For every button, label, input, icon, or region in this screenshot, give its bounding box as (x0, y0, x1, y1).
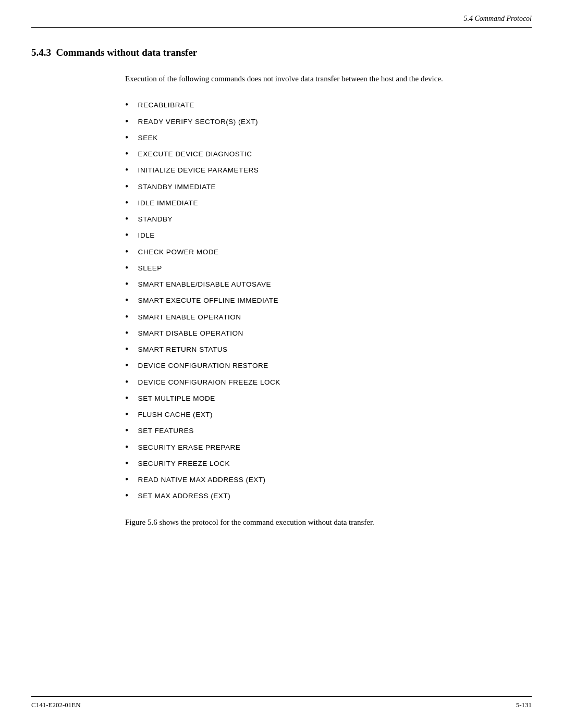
bullet-icon: • (125, 117, 129, 126)
bullet-text: IDLE (138, 230, 155, 241)
list-item: •SET MULTIPLE MODE (125, 393, 532, 404)
list-item: •STANDBY (125, 214, 532, 225)
bullet-text: READY VERIFY SECTOR(S) (EXT) (138, 117, 258, 127)
bullet-icon: • (125, 133, 129, 142)
footer-rule (31, 696, 532, 697)
list-item: •SLEEP (125, 263, 532, 274)
bullet-text: INITIALIZE DEVICE PARAMETERS (138, 165, 259, 176)
bullet-icon: • (125, 361, 129, 370)
list-item: •SEEK (125, 132, 532, 143)
bullet-icon: • (125, 295, 129, 305)
bullet-text: DEVICE CONFIGURATION RESTORE (138, 361, 268, 371)
bullet-icon: • (125, 491, 129, 500)
main-content: 5.4.3 Commands without data transfer Exe… (0, 0, 563, 581)
bullet-icon: • (125, 247, 129, 256)
bullet-icon: • (125, 410, 129, 419)
bullet-text: SEEK (138, 133, 158, 143)
commands-list: •RECABLIBRATE•READY VERIFY SECTOR(S) (EX… (125, 100, 532, 501)
bullet-text: IDLE IMMEDIATE (138, 198, 198, 208)
bullet-text: FLUSH CACHE (EXT) (138, 410, 213, 420)
bullet-icon: • (125, 312, 129, 322)
bullet-icon: • (125, 279, 129, 289)
list-item: •DEVICE CONFIGURAION FREEZE LOCK (125, 377, 532, 388)
bullet-text: SET MAX ADDRESS (EXT) (138, 491, 231, 501)
bullet-icon: • (125, 263, 129, 273)
bullet-text: SLEEP (138, 263, 162, 274)
bullet-text: SMART DISABLE OPERATION (138, 328, 243, 339)
bullet-text: SMART ENABLE/DISABLE AUTOSAVE (138, 279, 272, 290)
list-item: •DEVICE CONFIGURATION RESTORE (125, 360, 532, 371)
bullet-text: STANDBY (138, 214, 173, 225)
footer-right: 5-131 (516, 701, 532, 709)
closing-paragraph: Figure 5.6 shows the protocol for the co… (125, 516, 532, 528)
bullet-icon: • (125, 100, 129, 109)
section-heading: 5.4.3 Commands without data transfer (31, 47, 532, 58)
bullet-icon: • (125, 328, 129, 338)
list-item: •RECABLIBRATE (125, 100, 532, 110)
bullet-icon: • (125, 165, 129, 175)
list-item: •SECURITY FREEZE LOCK (125, 458, 532, 469)
list-item: •FLUSH CACHE (EXT) (125, 409, 532, 420)
bullet-text: CHECK POWER MODE (138, 247, 219, 257)
list-item: •EXECUTE DEVICE DIAGNOSTIC (125, 149, 532, 159)
list-item: •CHECK POWER MODE (125, 246, 532, 257)
header-title: 5.4 Command Protocol (463, 15, 532, 23)
bullet-text: SECURITY FREEZE LOCK (138, 459, 230, 469)
list-item: •IDLE IMMEDIATE (125, 198, 532, 208)
footer-left: C141-E202-01EN (31, 701, 81, 709)
list-item: •READY VERIFY SECTOR(S) (EXT) (125, 116, 532, 127)
bullet-icon: • (125, 377, 129, 387)
list-item: •IDLE (125, 230, 532, 241)
bullet-text: SMART EXECUTE OFFLINE IMMEDIATE (138, 295, 279, 306)
intro-paragraph: Execution of the following commands does… (125, 73, 532, 85)
bullet-icon: • (125, 475, 129, 484)
list-item: •SMART EXECUTE OFFLINE IMMEDIATE (125, 295, 532, 306)
bullet-icon: • (125, 214, 129, 224)
bullet-icon: • (125, 149, 129, 158)
bullet-icon: • (125, 426, 129, 435)
list-item: •SMART ENABLE OPERATION (125, 312, 532, 323)
list-item: •SECURITY ERASE PREPARE (125, 442, 532, 453)
bullet-icon: • (125, 393, 129, 403)
bullet-text: EXECUTE DEVICE DIAGNOSTIC (138, 149, 252, 159)
list-item: •SET MAX ADDRESS (EXT) (125, 490, 532, 501)
list-item: •SET FEATURES (125, 425, 532, 436)
bullet-text: SET FEATURES (138, 426, 194, 436)
bullet-text: READ NATIVE MAX ADDRESS (EXT) (138, 475, 266, 485)
bullet-icon: • (125, 198, 129, 207)
bullet-text: STANDBY IMMEDIATE (138, 182, 216, 192)
bullet-text: DEVICE CONFIGURAION FREEZE LOCK (138, 377, 280, 388)
page: 5.4 Command Protocol 5.4.3 Commands with… (0, 0, 563, 728)
bullet-text: SET MULTIPLE MODE (138, 393, 215, 404)
list-item: •SMART RETURN STATUS (125, 344, 532, 355)
bullet-icon: • (125, 442, 129, 452)
bullet-text: SMART RETURN STATUS (138, 344, 228, 355)
list-item: •STANDBY IMMEDIATE (125, 181, 532, 192)
bullet-icon: • (125, 459, 129, 468)
list-item: •SMART ENABLE/DISABLE AUTOSAVE (125, 279, 532, 290)
list-item: •INITIALIZE DEVICE PARAMETERS (125, 165, 532, 176)
list-item: •READ NATIVE MAX ADDRESS (EXT) (125, 474, 532, 485)
list-item: •SMART DISABLE OPERATION (125, 328, 532, 339)
bullet-text: SECURITY ERASE PREPARE (138, 442, 241, 453)
bullet-icon: • (125, 182, 129, 191)
bullet-text: SMART ENABLE OPERATION (138, 312, 241, 323)
bullet-icon: • (125, 344, 129, 354)
header-rule (31, 27, 532, 28)
bullet-icon: • (125, 230, 129, 240)
bullet-text: RECABLIBRATE (138, 100, 194, 110)
